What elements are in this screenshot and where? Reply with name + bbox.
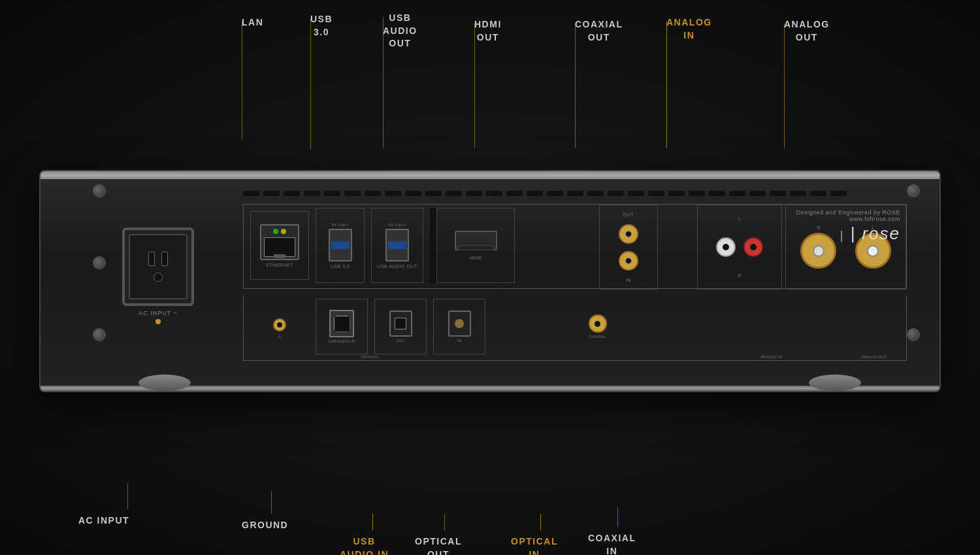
ac-input-area: AC INPUT ~ [112, 204, 204, 348]
rca-coaxial-out [619, 224, 638, 244]
usb-audio-in-label: USB AUDIO IN [340, 514, 405, 535]
analog-in-panel-label: ANALOG IN [760, 355, 782, 359]
usb-audio-out-panel-label: USB AUDIO OUT [377, 264, 417, 269]
coaxial-in-area: COAXIAL [570, 299, 625, 354]
screw [93, 256, 106, 269]
left-foot [139, 375, 191, 391]
usb-audio-out-label: USB AUDIO OUT [383, 12, 384, 148]
bottom-connector-row: ⏚ USB AUDIO IN OUT IN OPTICAL [243, 295, 907, 361]
screw [907, 184, 920, 197]
screw [907, 328, 920, 341]
usb30-area: 5V 1.0A = USB 3.0 [316, 208, 365, 283]
hdmi-panel-label: HDMI [470, 256, 482, 260]
coaxial-out-label: COAXIAL OUT [575, 18, 576, 148]
rca-analog-in-l [716, 237, 736, 257]
screw [93, 328, 106, 341]
device-body: AC INPUT ~ ETHERNET [39, 170, 941, 392]
usb30-label: USB 3.0 [310, 13, 311, 149]
ground-label: GROUND [242, 491, 301, 519]
ground-area: ⏚ [250, 302, 309, 354]
divider [430, 208, 436, 283]
analog-in-area: L R [697, 205, 782, 290]
usb-audio-out-area: 5V 1.0A = USB AUDIO OUT [371, 208, 423, 283]
rca-coaxial-in [619, 251, 638, 271]
right-foot [809, 375, 861, 391]
analog-in-label: ANALOG IN [666, 16, 667, 148]
optical-in-label: OPTICAL IN [511, 514, 570, 535]
lan-label: LAN [242, 16, 242, 139]
vent-holes [243, 188, 907, 199]
hdmi-area: HDMI [436, 208, 515, 283]
screw [93, 184, 106, 197]
optical-out-area: OUT [374, 299, 427, 354]
usb30-panel-label: USB 3.0 [331, 264, 350, 269]
analog-out-panel-label: ANALOG OUT [861, 355, 887, 359]
ac-input-label: AC Input [78, 483, 176, 514]
rose-brand: Designed and Engineered by ROSE www.hifi… [796, 209, 900, 244]
hdmi-out-label: HDMI OUT [474, 18, 475, 148]
optical-panel-label: OPTICAL [361, 355, 378, 359]
ethernet-port-area: ETHERNET [250, 211, 309, 280]
optical-out-label: OPTICAL OUT [415, 514, 474, 535]
analog-out-label: ANALOG OUT [784, 18, 785, 148]
usb-audio-in-area: USB AUDIO IN [316, 299, 368, 354]
coaxial-in-label: COAXIAL IN [588, 507, 647, 532]
ac-input-panel-label: AC INPUT ~ [139, 310, 178, 316]
ethernet-panel-label: ETHERNET [266, 263, 293, 267]
optical-in-area: IN [433, 299, 485, 354]
ground-terminal [273, 318, 286, 331]
rca-analog-in-r [743, 237, 763, 257]
coaxial-out-area: OUT IN [599, 205, 658, 290]
top-strip [41, 171, 939, 179]
